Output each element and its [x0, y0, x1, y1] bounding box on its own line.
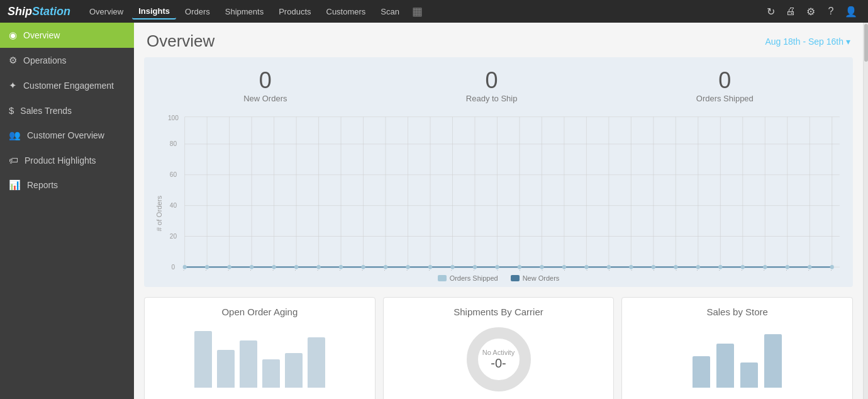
top-navigation: ShipStation Overview Insights Orders Shi…: [0, 0, 868, 23]
panel-shipments-by-carrier: Shipments By Carrier No Activity -0-: [383, 297, 615, 399]
store-bar-3: [740, 362, 758, 388]
main-content: Overview Aug 18th - Sep 16th ▾ 0 New Ord…: [134, 23, 863, 399]
nav-shipments[interactable]: Shipments: [219, 4, 270, 19]
svg-text:9/2: 9/2: [516, 269, 523, 271]
donut-value: -0-: [482, 356, 515, 371]
svg-text:9/10: 9/10: [693, 269, 703, 271]
help-icon[interactable]: ?: [821, 2, 840, 21]
svg-text:0: 0: [172, 262, 175, 271]
shipments-donut: No Activity -0-: [464, 325, 533, 394]
legend-color-new: [511, 275, 520, 281]
bar-6: [308, 337, 325, 388]
store-bar-4: [764, 334, 782, 388]
legend-color-shipped: [438, 275, 447, 281]
logo[interactable]: ShipStation: [8, 5, 70, 18]
content-header: Overview Aug 18th - Sep 16th ▾: [134, 23, 863, 57]
stat-orders-shipped: 0 Orders Shipped: [696, 67, 754, 103]
svg-text:8/31: 8/31: [470, 269, 480, 271]
svg-text:9/4: 9/4: [560, 269, 567, 271]
nav-scan[interactable]: Scan: [374, 4, 406, 19]
bar-2: [217, 350, 235, 388]
svg-text:9/6: 9/6: [605, 269, 612, 271]
stats-row: 0 New Orders 0 Ready to Ship 0 Orders Sh…: [154, 67, 843, 103]
svg-text:8/27: 8/27: [381, 269, 391, 271]
svg-text:9/8: 9/8: [650, 269, 657, 271]
product-highlights-icon: 🏷: [9, 155, 18, 166]
grid-icon: ▦: [412, 4, 423, 18]
stat-ready-to-ship-value: 0: [466, 67, 518, 94]
svg-text:9/14: 9/14: [782, 269, 793, 271]
sidebar-label-overview: Overview: [23, 30, 60, 40]
nav-onboard[interactable]: Overview: [83, 4, 130, 19]
date-range-text: Aug 18th - Sep 16th: [765, 37, 843, 47]
svg-text:# of Orders: # of Orders: [156, 196, 163, 232]
svg-text:9/9: 9/9: [672, 269, 679, 271]
panel-sales-by-store: Sales by Store: [621, 297, 853, 399]
svg-text:8/22: 8/22: [269, 269, 279, 271]
sidebar-item-overview[interactable]: ◉ Overview: [0, 23, 134, 48]
customer-engagement-icon: ✦: [9, 80, 17, 91]
sidebar-item-reports[interactable]: 📊 Reports: [0, 172, 134, 198]
legend-label-shipped: Orders Shipped: [450, 274, 498, 282]
bar-1: [194, 331, 212, 388]
nav-icon-group: ↻ 🖨 ⚙ ? 👤: [761, 2, 860, 21]
date-range-selector[interactable]: Aug 18th - Sep 16th ▾: [765, 37, 850, 47]
svg-text:60: 60: [170, 171, 177, 179]
svg-text:9/1: 9/1: [494, 269, 501, 271]
logo-station: Station: [32, 5, 70, 18]
store-bar-1: [693, 356, 710, 388]
nav-orders[interactable]: Orders: [179, 4, 216, 19]
svg-text:8/26: 8/26: [359, 269, 369, 271]
sidebar-item-operations[interactable]: ⚙ Operations: [0, 48, 134, 73]
main-chart-section: 0 New Orders 0 Ready to Ship 0 Orders Sh…: [144, 57, 853, 287]
sidebar-label-product-highlights: Product Highlights: [25, 155, 96, 166]
svg-text:9/12: 9/12: [738, 269, 748, 271]
svg-text:9/3: 9/3: [538, 269, 545, 271]
sidebar-item-sales-trends[interactable]: $ Sales Trends: [0, 98, 134, 123]
nav-insights[interactable]: Insights: [132, 4, 176, 20]
page-title: Overview: [147, 31, 214, 51]
nav-customers[interactable]: Customers: [320, 4, 372, 19]
sidebar: ◉ Overview ⚙ Operations ✦ Customer Engag…: [0, 23, 134, 399]
user-icon[interactable]: 👤: [842, 2, 860, 21]
stat-orders-shipped-value: 0: [696, 67, 754, 94]
scrollbar[interactable]: [863, 23, 868, 399]
svg-text:8/25: 8/25: [336, 269, 346, 271]
customer-overview-icon: 👥: [9, 130, 21, 141]
svg-text:100: 100: [168, 114, 179, 122]
print-icon[interactable]: 🖨: [781, 2, 800, 21]
settings-icon[interactable]: ⚙: [801, 2, 820, 21]
stat-new-orders: 0 New Orders: [243, 67, 287, 103]
panel-title-sales-by-store: Sales by Store: [706, 306, 768, 317]
sidebar-label-sales-trends: Sales Trends: [20, 106, 72, 116]
logo-ship: Ship: [8, 5, 32, 18]
svg-text:9/11: 9/11: [715, 269, 725, 271]
svg-text:8/21: 8/21: [247, 269, 257, 271]
svg-text:9/13: 9/13: [760, 269, 770, 271]
sidebar-item-product-highlights[interactable]: 🏷 Product Highlights: [0, 148, 134, 172]
store-bar-2: [716, 344, 734, 388]
sidebar-item-customer-overview[interactable]: 👥 Customer Overview: [0, 123, 134, 148]
legend-orders-shipped: Orders Shipped: [438, 274, 498, 282]
sidebar-item-customer-engagement[interactable]: ✦ Customer Engagement: [0, 73, 134, 98]
operations-icon: ⚙: [9, 55, 17, 66]
stat-ready-to-ship: 0 Ready to Ship: [466, 67, 518, 103]
svg-text:9/16: 9/16: [827, 269, 837, 271]
donut-center: No Activity -0-: [482, 349, 515, 371]
sidebar-label-customer-overview: Customer Overview: [27, 130, 104, 140]
svg-text:20: 20: [170, 232, 177, 240]
sidebar-label-operations: Operations: [23, 55, 66, 65]
reports-icon: 📊: [9, 179, 21, 191]
bar-5: [285, 353, 303, 388]
svg-rect-0: [154, 113, 843, 271]
svg-text:8/20: 8/20: [225, 269, 235, 271]
nav-products[interactable]: Products: [272, 4, 317, 19]
main-layout: ◉ Overview ⚙ Operations ✦ Customer Engag…: [0, 23, 868, 399]
svg-text:9/15: 9/15: [804, 269, 815, 271]
panel-title-open-order-aging: Open Order Aging: [221, 306, 298, 317]
svg-text:8/23: 8/23: [291, 269, 301, 271]
bar-4: [262, 359, 280, 388]
refresh-icon[interactable]: ↻: [761, 2, 780, 21]
panel-title-shipments-by-carrier: Shipments By Carrier: [453, 306, 543, 317]
sidebar-label-reports: Reports: [27, 180, 58, 190]
